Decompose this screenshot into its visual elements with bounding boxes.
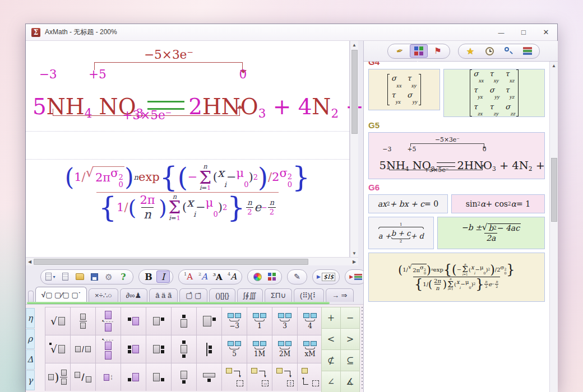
toolbar-settings-button[interactable]: ⚙ xyxy=(102,270,115,283)
tab-1[interactable]: √▢ ▢⁄▢ ▢˙ xyxy=(35,287,87,302)
tab-2[interactable]: ×÷∴○ xyxy=(89,288,118,302)
toolbar-palette-button[interactable] xyxy=(251,270,264,283)
library-card-matrix-2x2[interactable]: σ​xxτ​xyτ​yxσ​yy xyxy=(368,69,440,110)
palette-chem-label-−3-button[interactable]: −3 xyxy=(222,307,247,335)
star-icon[interactable]: ★ xyxy=(461,44,479,58)
close-button[interactable]: ✕ xyxy=(535,24,557,40)
tab-8[interactable]: ΣΠ∪ xyxy=(265,288,292,302)
horizontal-scroll-thumb[interactable] xyxy=(34,259,308,265)
palette-wide-bar-button[interactable] xyxy=(197,363,221,391)
library-card-quadratic-formula[interactable]: −b ± √b2 − 4ac2a xyxy=(437,217,545,249)
document-canvas[interactable]: −5×3e⁻−3+505NH4 NO32HNO3 + 4N2 + 9H2O+3×… xyxy=(26,41,350,257)
palette-frac-inline-button[interactable]: / xyxy=(71,335,95,363)
palette-chem-label-3-button[interactable]: 3 xyxy=(272,307,297,335)
canvas-horizontal-scrollbar[interactable]: ◀ ▶ xyxy=(26,257,358,265)
toolbar-new-button[interactable] xyxy=(58,270,72,283)
toolbar-font-4-button[interactable]: 4A xyxy=(225,270,239,283)
toolbar-publish-button[interactable]: ▶ xyxy=(348,270,363,283)
vertical-scroll-thumb[interactable] xyxy=(351,50,358,134)
palette-nth-root-button[interactable]: √ xyxy=(45,335,70,363)
tab-4[interactable]: â ä ã xyxy=(149,288,178,302)
clock-icon[interactable] xyxy=(480,44,498,58)
library-card-chem-equation[interactable]: −5×3e⁻−3+505NH4 NO32HNO3 + 4N2 + 9H2O+3×… xyxy=(368,132,545,179)
palette-ref-arrow-h-button[interactable]: ▼↔ xyxy=(247,363,272,391)
tab-stub[interactable] xyxy=(28,291,34,302)
canvas-vertical-scrollbar[interactable]: ▲ ▼ xyxy=(350,41,358,257)
palette-chem-label-1M-button[interactable]: 1M xyxy=(247,335,272,363)
toolbar-color-grid-button[interactable] xyxy=(265,270,279,283)
scroll-up-icon[interactable]: ▲ xyxy=(550,62,558,69)
tab-7[interactable]: ∫∮∭ xyxy=(237,288,263,302)
operator-∡-button[interactable]: ∡ xyxy=(341,371,359,392)
library-card-matrix-3x3[interactable]: σ​xxτ​xyτ​xzτ​yxσ​yyτ​yzτ​zxτ​zyσ​zz xyxy=(443,69,545,117)
books-icon[interactable] xyxy=(519,44,536,58)
palette-under-box-button[interactable] xyxy=(172,363,196,391)
palette-post-sub-button[interactable] xyxy=(146,363,171,391)
palette-box-dot-button[interactable] xyxy=(197,307,221,335)
palette-divider-button[interactable] xyxy=(197,335,221,363)
toolbar-font-3-button[interactable]: 3A xyxy=(211,270,224,283)
palette-chem-label-4-button[interactable]: 4 xyxy=(298,307,322,335)
search-icon[interactable] xyxy=(499,44,517,58)
toolbar-bold-button[interactable]: B xyxy=(142,270,155,283)
greek-ρ-button[interactable]: ρ xyxy=(26,329,35,349)
palette-sqrt-button[interactable]: √ xyxy=(45,307,70,335)
palette-long-div-button[interactable]: ) xyxy=(45,363,70,391)
operator-<-button[interactable]: < xyxy=(322,329,340,349)
scroll-right-icon[interactable]: ▶ xyxy=(350,258,358,265)
bookmark-icon[interactable]: ⚑ xyxy=(429,44,447,58)
operator-−-button[interactable]: − xyxy=(341,307,359,328)
library-card-quadratic[interactable]: ax2 + bx + c = 0 xyxy=(368,194,448,213)
toolbar-pen-button[interactable]: ✎ xyxy=(290,270,304,283)
greek-γ-button[interactable]: γ xyxy=(26,370,35,390)
toolbar-latex-button[interactable]: ▶$I$ xyxy=(316,270,336,283)
operator-⊄-button[interactable]: ⊄ xyxy=(322,350,340,371)
tab-5[interactable]: ▢̂ ▢̈ xyxy=(179,288,207,302)
minimize-button[interactable]: — xyxy=(490,24,512,40)
toolbar-open-button[interactable] xyxy=(73,270,86,283)
scroll-left-icon[interactable]: ◀ xyxy=(26,258,34,265)
palette-chem-label-1-button[interactable]: 1 xyxy=(247,307,272,335)
tab-9[interactable]: (⠿){⠇ xyxy=(294,288,324,302)
scroll-down-icon[interactable]: ▼ xyxy=(350,249,358,257)
palette-post-sup-button[interactable] xyxy=(146,307,171,335)
tab-10[interactable]: → ⇒ xyxy=(326,288,354,302)
palette-align-2-button[interactable]: ▲ xyxy=(96,335,121,363)
stamp-icon[interactable]: ✒ xyxy=(391,44,409,58)
gaussian-formula[interactable]: (1∕√2πσ20)n exp{(−nΣi=1(x​i − μ​0)2)∕2σ2… xyxy=(26,163,349,222)
palette-frac-stacked-button[interactable] xyxy=(71,307,95,335)
palette-ref-arrow-up-button[interactable]: ▲ xyxy=(298,363,322,391)
palette-post-supsub-button[interactable] xyxy=(146,335,171,363)
library-scrollbar[interactable]: ▲ xyxy=(549,62,558,392)
toolbar-save-button[interactable] xyxy=(87,270,101,283)
library-card-trig-identity[interactable]: sin2α + cos2α = 1 xyxy=(451,194,545,213)
library-scroll-thumb[interactable] xyxy=(551,158,557,222)
chemical-equation[interactable]: −5×3e⁻−3+505NH4 NO32HNO3 + 4N2 + 9H2O+3×… xyxy=(33,48,342,127)
palette-chem-label-xM-button[interactable]: xM xyxy=(298,335,322,363)
palette-align-dots-button[interactable]: ⁞ xyxy=(96,363,121,391)
palette-over-box-button[interactable] xyxy=(172,307,196,335)
title-bar[interactable]: Σ AxMath - 无标题 - 200% — □ ✕ xyxy=(26,24,557,41)
library-card-braces[interactable]: 1a + b + c2 + d xyxy=(368,217,434,249)
operator->-button[interactable]: > xyxy=(341,329,359,349)
palette-chem-label-2M-button[interactable]: 2M xyxy=(272,335,297,363)
scroll-up-icon[interactable]: ▲ xyxy=(350,41,358,49)
palette-frac-slant-button[interactable]: / xyxy=(71,363,95,391)
library-card-gaussian[interactable]: (1∕√2πσ20)n exp{(−nΣi=1(x​i − μ​0)2)∕2σ2… xyxy=(368,253,545,302)
palette-pre-supsub-button[interactable] xyxy=(121,335,146,363)
toolbar-italic-button[interactable]: I xyxy=(156,270,170,283)
toolbar-font-1-button[interactable]: 1A xyxy=(182,270,195,283)
toolbar-font-2-button[interactable]: 2A xyxy=(196,270,210,283)
library-grid-icon[interactable] xyxy=(410,44,428,58)
greek-Δ-button[interactable]: Δ xyxy=(26,349,35,370)
palette-chem-label-5-button[interactable]: 5 xyxy=(222,335,247,363)
palette-over-under-button[interactable] xyxy=(172,335,196,363)
operator-+-button[interactable]: + xyxy=(322,307,340,328)
tab-3[interactable]: ∂∞♟ xyxy=(120,288,147,302)
tab-6[interactable]: ()[]{} xyxy=(209,288,235,302)
palette-pre-sub-button[interactable] xyxy=(121,363,146,391)
palette-ref-arrow-v-button[interactable]: ▼↕ xyxy=(272,363,297,391)
palette-ref-arrow-plain-button[interactable]: ▼ xyxy=(222,363,247,391)
maximize-button[interactable]: □ xyxy=(512,24,535,40)
toolbar-help-button[interactable]: ? xyxy=(117,270,130,283)
